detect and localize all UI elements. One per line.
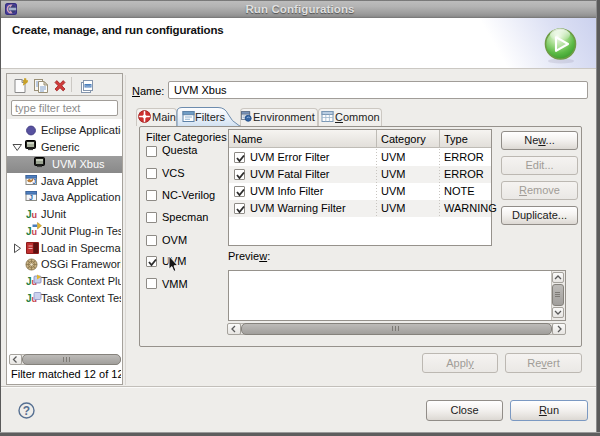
svg-text:J: J <box>29 194 33 201</box>
svg-text:J: J <box>33 178 37 185</box>
svg-text:?: ? <box>23 404 30 418</box>
